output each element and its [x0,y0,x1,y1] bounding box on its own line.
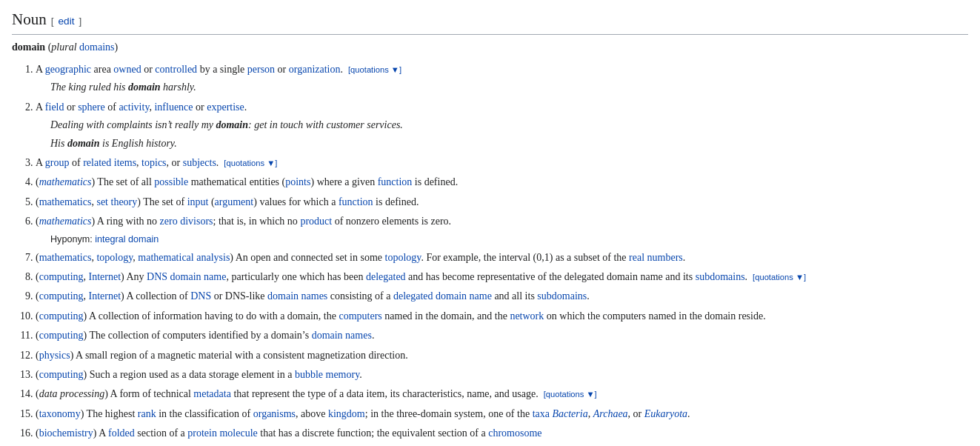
inline-link[interactable]: delegated domain name [393,290,492,302]
inline-link[interactable]: folded [108,427,135,439]
list-item: A group of related items, topics, or sub… [36,155,968,171]
inline-link[interactable]: network [510,310,544,322]
inline-link[interactable]: biochemistry [39,427,93,439]
quotations-button[interactable]: [quotations ▼] [348,65,401,74]
word-main: domain [12,41,45,53]
inline-link[interactable]: argument [215,196,254,207]
list-item: (mathematics) A ring with no zero diviso… [36,213,968,247]
inline-link[interactable]: function [339,196,373,207]
edit-bracket-open: [ [51,13,54,30]
inline-link-italic[interactable]: Bacteria [552,408,587,419]
inline-link[interactable]: zero divisors [160,216,213,227]
inline-link[interactable]: rank [138,408,156,419]
list-item: (mathematics, topology, mathematical ana… [36,250,968,266]
list-item: (computing, Internet) Any DNS domain nam… [36,269,968,285]
inline-link[interactable]: computing [39,290,84,302]
inline-link[interactable]: field [45,101,64,113]
inline-link[interactable]: topics [141,157,166,168]
inline-link[interactable]: influence [154,101,193,113]
inline-link[interactable]: computers [339,310,381,322]
inline-link[interactable]: person [247,64,275,75]
inline-link[interactable]: topology [385,252,421,263]
inline-link[interactable]: Internet [89,271,121,282]
quotations-button[interactable]: [quotations ▼] [544,390,597,399]
list-item: A field or sphere of activity, influence… [36,99,968,152]
inline-link[interactable]: DNS [190,290,211,302]
inline-link[interactable]: subjects [183,157,216,168]
inline-link[interactable]: delegated [366,271,406,282]
inline-link[interactable]: computing [39,271,84,282]
list-item: (physics) A small region of a magnetic m… [36,347,968,364]
inline-link[interactable]: controlled [155,64,197,75]
list-item: (computing) A collection of information … [36,308,968,324]
edit-link[interactable]: edit [58,13,74,30]
inline-link[interactable]: DNS domain name [147,271,226,282]
inline-link[interactable]: computing [39,330,84,341]
inline-link[interactable]: metadata [193,388,231,399]
inline-link[interactable]: domain names [267,290,327,302]
inline-link[interactable]: sphere [78,101,105,113]
example-text: His domain is English history. [50,136,968,152]
definitions-list: A geographic area owned or controlled by… [36,61,968,442]
inline-link[interactable]: geographic [45,64,91,75]
inline-link[interactable]: organization [289,64,341,75]
inline-link[interactable]: mathematics [39,252,92,263]
list-item: (biochemistry) A folded section of a pro… [36,425,968,442]
inline-link[interactable]: group [45,157,70,168]
noun-heading: Noun [ edit ] [12,7,968,35]
inline-link[interactable]: related items [83,157,136,168]
list-item: A geographic area owned or controlled by… [36,61,968,96]
inline-link[interactable]: computing [39,369,84,380]
inline-link-italic[interactable]: Eukaryota [644,408,687,419]
inline-link[interactable]: mathematics [39,196,92,207]
inline-link[interactable]: possible [154,176,188,187]
list-item: (computing, Internet) A collection of DN… [36,288,968,304]
heading-title: Noun [12,7,47,33]
inline-link[interactable]: points [285,176,310,187]
quotations-button[interactable]: [quotations ▼] [224,159,277,167]
qualifier-link[interactable]: mathematics [39,216,92,227]
inline-link[interactable]: protein molecule [187,427,257,439]
inline-link[interactable]: product [300,216,332,227]
inline-link[interactable]: kingdom [328,408,365,419]
inline-link[interactable]: topology [96,252,133,263]
inline-link[interactable]: organisms [253,408,296,419]
hyponym-link[interactable]: integral domain [95,234,159,244]
inline-link[interactable]: chromosome [488,427,541,439]
inline-link[interactable]: bubble memory [295,369,359,380]
hyponym-label: Hyponym: [50,234,93,244]
list-item: (computing) The collection of computers … [36,327,968,344]
inline-link[interactable]: physics [39,350,70,361]
quotations-button[interactable]: [quotations ▼] [753,273,806,282]
inline-link[interactable]: real numbers [629,252,683,263]
inline-link[interactable]: domain names [312,330,372,341]
example-text: The king ruled his domain harshly. [50,79,968,96]
qualifier-link[interactable]: mathematics [39,176,92,187]
edit-bracket-close: ] [79,13,81,30]
inline-link[interactable]: taxonomy [39,408,81,419]
inline-link[interactable]: subdomains [696,271,745,282]
list-item: (data processing) A form of technical me… [36,386,968,402]
inline-link[interactable]: owned [113,64,141,75]
inline-link[interactable]: function [378,176,413,187]
inline-link[interactable]: expertise [207,101,244,113]
inline-link[interactable]: activity [119,101,149,113]
plural-label: plural [51,41,76,53]
inline-link[interactable]: taxa [533,408,550,419]
list-item: (mathematics, set theory) The set of inp… [36,194,968,210]
example-text: Dealing with complaints isn’t really my … [50,117,968,133]
inline-link[interactable]: subdomains [537,290,587,302]
word-line: domain (plural domains) [12,39,968,56]
plural-link[interactable]: domains [79,41,114,53]
inline-link-italic[interactable]: Archaea [593,408,628,419]
list-item: (mathematics) The set of all possible ma… [36,174,968,190]
inline-link[interactable]: computing [39,310,84,322]
list-item: (computing) Such a region used as a data… [36,367,968,383]
inline-link[interactable]: Internet [89,290,121,302]
inline-link[interactable]: set theory [96,196,137,207]
hyponym: Hyponym: integral domain [50,232,968,247]
inline-link[interactable]: mathematical analysis [138,252,230,263]
inline-link[interactable]: input [187,196,209,207]
list-item: (taxonomy) The highest rank in the class… [36,406,968,422]
